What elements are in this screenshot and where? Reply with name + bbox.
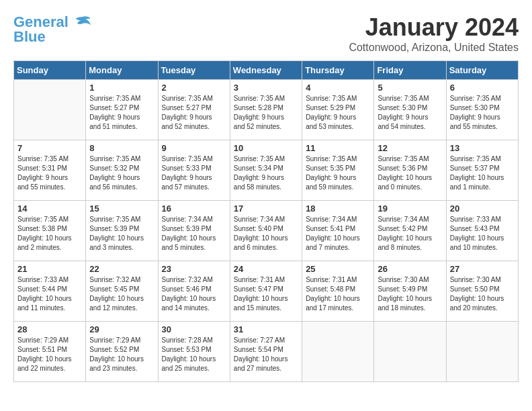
- day-info: Sunrise: 7:35 AM Sunset: 5:32 PM Dayligh…: [89, 154, 154, 192]
- weekday-header-monday: Monday: [86, 61, 158, 80]
- day-number: 27: [450, 264, 515, 274]
- day-number: 11: [306, 143, 370, 153]
- day-number: 18: [306, 203, 370, 214]
- calendar-cell: 10Sunrise: 7:35 AM Sunset: 5:34 PM Dayli…: [230, 140, 302, 201]
- week-row-3: 14Sunrise: 7:35 AM Sunset: 5:38 PM Dayli…: [14, 201, 519, 261]
- week-row-4: 21Sunrise: 7:33 AM Sunset: 5:44 PM Dayli…: [14, 261, 519, 322]
- day-number: 25: [306, 264, 370, 274]
- calendar-cell: 2Sunrise: 7:35 AM Sunset: 5:27 PM Daylig…: [158, 80, 230, 140]
- day-number: 31: [234, 324, 298, 334]
- day-number: 8: [89, 143, 154, 153]
- day-number: 26: [378, 264, 442, 274]
- calendar-cell: 5Sunrise: 7:35 AM Sunset: 5:30 PM Daylig…: [374, 80, 446, 140]
- day-info: Sunrise: 7:27 AM Sunset: 5:54 PM Dayligh…: [234, 336, 298, 373]
- day-info: Sunrise: 7:35 AM Sunset: 5:36 PM Dayligh…: [378, 154, 442, 192]
- calendar-cell: 20Sunrise: 7:33 AM Sunset: 5:43 PM Dayli…: [446, 201, 518, 261]
- calendar-cell: 31Sunrise: 7:27 AM Sunset: 5:54 PM Dayli…: [230, 322, 302, 382]
- day-number: 15: [89, 203, 154, 214]
- day-info: Sunrise: 7:30 AM Sunset: 5:50 PM Dayligh…: [450, 275, 515, 313]
- calendar-cell: 24Sunrise: 7:31 AM Sunset: 5:47 PM Dayli…: [230, 261, 302, 322]
- day-info: Sunrise: 7:35 AM Sunset: 5:27 PM Dayligh…: [89, 94, 154, 132]
- day-info: Sunrise: 7:35 AM Sunset: 5:27 PM Dayligh…: [162, 94, 226, 132]
- calendar-cell: 21Sunrise: 7:33 AM Sunset: 5:44 PM Dayli…: [14, 261, 86, 322]
- calendar-cell: [374, 322, 446, 382]
- day-number: 22: [89, 264, 154, 274]
- weekday-header-tuesday: Tuesday: [158, 61, 230, 80]
- calendar-cell: 3Sunrise: 7:35 AM Sunset: 5:28 PM Daylig…: [230, 80, 302, 140]
- day-info: Sunrise: 7:35 AM Sunset: 5:28 PM Dayligh…: [234, 94, 298, 132]
- day-number: 3: [234, 83, 298, 93]
- day-number: 5: [378, 83, 442, 93]
- day-number: 6: [450, 83, 515, 93]
- day-info: Sunrise: 7:35 AM Sunset: 5:39 PM Dayligh…: [89, 215, 154, 253]
- weekday-header-row: SundayMondayTuesdayWednesdayThursdayFrid…: [14, 61, 519, 80]
- day-info: Sunrise: 7:34 AM Sunset: 5:41 PM Dayligh…: [306, 215, 370, 253]
- weekday-header-wednesday: Wednesday: [230, 61, 302, 80]
- day-number: 7: [17, 143, 82, 153]
- day-info: Sunrise: 7:35 AM Sunset: 5:31 PM Dayligh…: [17, 154, 82, 192]
- day-number: 21: [17, 264, 82, 274]
- day-info: Sunrise: 7:34 AM Sunset: 5:39 PM Dayligh…: [162, 215, 226, 253]
- calendar-cell: [446, 322, 518, 382]
- week-row-5: 28Sunrise: 7:29 AM Sunset: 5:51 PM Dayli…: [14, 322, 519, 382]
- day-number: 30: [162, 324, 226, 334]
- calendar-cell: 17Sunrise: 7:34 AM Sunset: 5:40 PM Dayli…: [230, 201, 302, 261]
- day-number: 17: [234, 203, 298, 214]
- calendar-cell: 13Sunrise: 7:35 AM Sunset: 5:37 PM Dayli…: [446, 140, 518, 201]
- week-row-1: 1Sunrise: 7:35 AM Sunset: 5:27 PM Daylig…: [14, 80, 519, 140]
- day-info: Sunrise: 7:34 AM Sunset: 5:42 PM Dayligh…: [378, 215, 442, 253]
- day-number: 14: [17, 203, 82, 214]
- day-number: 16: [162, 203, 226, 214]
- day-info: Sunrise: 7:30 AM Sunset: 5:49 PM Dayligh…: [378, 275, 442, 313]
- day-info: Sunrise: 7:35 AM Sunset: 5:34 PM Dayligh…: [234, 154, 298, 192]
- day-number: 9: [162, 143, 226, 153]
- day-info: Sunrise: 7:35 AM Sunset: 5:30 PM Dayligh…: [378, 94, 442, 132]
- day-number: 20: [450, 203, 515, 214]
- day-info: Sunrise: 7:31 AM Sunset: 5:47 PM Dayligh…: [234, 275, 298, 313]
- day-info: Sunrise: 7:33 AM Sunset: 5:43 PM Dayligh…: [450, 215, 515, 253]
- calendar-cell: 11Sunrise: 7:35 AM Sunset: 5:35 PM Dayli…: [302, 140, 374, 201]
- month-title: January 2024: [349, 13, 519, 42]
- calendar-cell: 16Sunrise: 7:34 AM Sunset: 5:39 PM Dayli…: [158, 201, 230, 261]
- logo-blue: Blue: [13, 28, 46, 46]
- day-info: Sunrise: 7:35 AM Sunset: 5:29 PM Dayligh…: [306, 94, 370, 132]
- day-info: Sunrise: 7:32 AM Sunset: 5:46 PM Dayligh…: [162, 275, 226, 313]
- weekday-header-sunday: Sunday: [14, 61, 86, 80]
- calendar-cell: 15Sunrise: 7:35 AM Sunset: 5:39 PM Dayli…: [86, 201, 158, 261]
- day-number: 23: [162, 264, 226, 274]
- calendar-cell: 30Sunrise: 7:28 AM Sunset: 5:53 PM Dayli…: [158, 322, 230, 382]
- weekday-header-friday: Friday: [374, 61, 446, 80]
- day-info: Sunrise: 7:32 AM Sunset: 5:45 PM Dayligh…: [89, 275, 154, 313]
- page-header: General Blue January 2024 Cottonwood, Ar…: [13, 13, 519, 54]
- weekday-header-thursday: Thursday: [302, 61, 374, 80]
- day-info: Sunrise: 7:35 AM Sunset: 5:35 PM Dayligh…: [306, 154, 370, 192]
- calendar-cell: [302, 322, 374, 382]
- calendar-cell: 9Sunrise: 7:35 AM Sunset: 5:33 PM Daylig…: [158, 140, 230, 201]
- location: Cottonwood, Arizona, United States: [349, 42, 519, 54]
- day-info: Sunrise: 7:33 AM Sunset: 5:44 PM Dayligh…: [17, 275, 82, 313]
- day-number: 13: [450, 143, 515, 153]
- calendar-table: SundayMondayTuesdayWednesdayThursdayFrid…: [13, 60, 519, 382]
- calendar-cell: 26Sunrise: 7:30 AM Sunset: 5:49 PM Dayli…: [374, 261, 446, 322]
- calendar-cell: 4Sunrise: 7:35 AM Sunset: 5:29 PM Daylig…: [302, 80, 374, 140]
- calendar-cell: 27Sunrise: 7:30 AM Sunset: 5:50 PM Dayli…: [446, 261, 518, 322]
- day-info: Sunrise: 7:35 AM Sunset: 5:33 PM Dayligh…: [162, 154, 226, 192]
- day-number: 1: [89, 83, 154, 93]
- calendar-cell: 6Sunrise: 7:35 AM Sunset: 5:30 PM Daylig…: [446, 80, 518, 140]
- day-info: Sunrise: 7:29 AM Sunset: 5:51 PM Dayligh…: [17, 336, 82, 373]
- calendar-cell: 25Sunrise: 7:31 AM Sunset: 5:48 PM Dayli…: [302, 261, 374, 322]
- calendar-cell: 19Sunrise: 7:34 AM Sunset: 5:42 PM Dayli…: [374, 201, 446, 261]
- day-info: Sunrise: 7:31 AM Sunset: 5:48 PM Dayligh…: [306, 275, 370, 313]
- calendar-cell: 14Sunrise: 7:35 AM Sunset: 5:38 PM Dayli…: [14, 201, 86, 261]
- calendar-cell: 1Sunrise: 7:35 AM Sunset: 5:27 PM Daylig…: [86, 80, 158, 140]
- day-number: 29: [89, 324, 154, 334]
- weekday-header-saturday: Saturday: [446, 61, 518, 80]
- calendar-cell: 7Sunrise: 7:35 AM Sunset: 5:31 PM Daylig…: [14, 140, 86, 201]
- day-number: 10: [234, 143, 298, 153]
- calendar-cell: 28Sunrise: 7:29 AM Sunset: 5:51 PM Dayli…: [14, 322, 86, 382]
- day-info: Sunrise: 7:35 AM Sunset: 5:30 PM Dayligh…: [450, 94, 515, 132]
- day-info: Sunrise: 7:35 AM Sunset: 5:37 PM Dayligh…: [450, 154, 515, 192]
- calendar-cell: 18Sunrise: 7:34 AM Sunset: 5:41 PM Dayli…: [302, 201, 374, 261]
- calendar-cell: 22Sunrise: 7:32 AM Sunset: 5:45 PM Dayli…: [86, 261, 158, 322]
- day-info: Sunrise: 7:29 AM Sunset: 5:52 PM Dayligh…: [89, 336, 154, 373]
